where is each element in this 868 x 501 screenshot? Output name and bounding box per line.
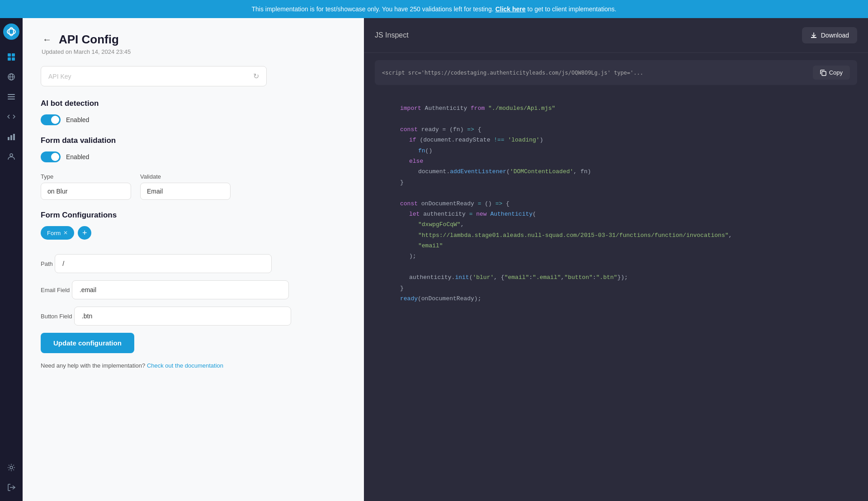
type-input[interactable] [41, 183, 131, 200]
sidebar-item-code[interactable] [3, 109, 19, 125]
help-text-content: Need any help with the implementation? [41, 362, 145, 369]
ai-bot-toggle-label: Enabled [66, 116, 89, 123]
form-config-title: Form Configurations [41, 211, 346, 220]
code-line: fn() [382, 146, 850, 156]
ai-bot-section-title: AI bot detection [41, 99, 346, 108]
sidebar-item-settings[interactable] [3, 459, 19, 476]
type-group: Type [41, 173, 131, 200]
js-inspect-title: JS Inspect [375, 31, 409, 39]
code-line: authenticity.init('blur', {"email":".ema… [382, 272, 850, 283]
svg-rect-10 [8, 96, 15, 97]
code-line: const onDocumentReady = () => { [382, 199, 850, 209]
right-panel-header: JS Inspect Download [364, 18, 868, 53]
svg-rect-4 [8, 57, 11, 61]
code-line [382, 113, 850, 124]
code-line: else [382, 156, 850, 166]
ai-bot-toggle-row: Enabled [41, 114, 346, 125]
validate-label: Validate [140, 173, 231, 180]
sidebar-item-logout[interactable] [3, 479, 19, 496]
svg-point-16 [10, 466, 13, 469]
sidebar-item-chart[interactable] [3, 128, 19, 145]
form-tag-item[interactable]: Form ✕ [41, 226, 74, 240]
svg-point-0 [7, 29, 15, 34]
svg-rect-5 [12, 57, 15, 61]
ai-bot-toggle[interactable] [41, 114, 61, 125]
button-field-label: Button Field [41, 313, 72, 320]
form-validation-section-title: Form data validation [41, 136, 346, 145]
sidebar-bottom [3, 459, 19, 496]
path-label: Path [41, 260, 53, 267]
type-label: Type [41, 173, 131, 180]
copy-icon [820, 70, 826, 76]
left-panel: ← API Config Updated on March 14, 2024 2… [23, 18, 364, 501]
form-tags: Form ✕ + [41, 226, 346, 240]
sidebar-item-globe[interactable] [3, 69, 19, 85]
code-line: import Authenticity from "./modules/Api.… [382, 103, 850, 113]
update-config-button[interactable]: Update configuration [41, 333, 134, 353]
code-line [382, 188, 850, 198]
code-block: import Authenticity from "./modules/Api.… [364, 92, 868, 501]
add-form-tag-button[interactable]: + [78, 226, 91, 240]
refresh-icon[interactable]: ↻ [253, 72, 259, 80]
script-tag-text: <script src='https://codestaging.authent… [382, 70, 643, 76]
button-field-section: Button Field [41, 303, 346, 329]
form-config-section: Form Configurations Form ✕ + [41, 211, 346, 240]
email-field-input[interactable] [72, 280, 289, 299]
svg-rect-14 [13, 134, 15, 140]
download-button[interactable]: Download [802, 27, 857, 43]
form-validation-toggle[interactable] [41, 151, 61, 162]
help-link[interactable]: Check out the documentation [147, 362, 223, 369]
path-section: Path [41, 250, 346, 277]
form-tag-close-icon[interactable]: ✕ [63, 230, 68, 236]
path-input[interactable] [55, 254, 272, 273]
svg-rect-12 [8, 137, 9, 140]
sidebar-item-user[interactable] [3, 148, 19, 165]
page-header: ← API Config [41, 33, 346, 47]
page-title: API Config [59, 33, 119, 47]
app-container: ← API Config Updated on March 14, 2024 2… [0, 18, 868, 501]
svg-rect-3 [12, 53, 15, 57]
api-key-placeholder: API Key [48, 73, 71, 80]
right-panel: JS Inspect Download <script src='https:/… [364, 18, 868, 501]
code-line [382, 262, 850, 272]
sidebar-item-grid[interactable] [3, 49, 19, 65]
email-field-section: Email Field [41, 277, 346, 303]
code-line: let authenticity = new Authenticity( [382, 209, 850, 219]
banner-link[interactable]: Click here [495, 5, 526, 13]
sidebar [0, 18, 23, 501]
code-line: "dxwpgFoCqW", [382, 219, 850, 230]
help-text: Need any help with the implementation? C… [41, 362, 346, 369]
validate-input[interactable] [140, 183, 231, 200]
svg-rect-11 [8, 99, 15, 99]
top-banner: This implementation is for test/showcase… [0, 0, 868, 18]
code-line: "https://lambda.stage01.aleads.null-squa… [382, 230, 850, 241]
api-key-field[interactable]: API Key ↻ [41, 66, 267, 86]
sidebar-logo[interactable] [3, 24, 19, 40]
form-tag-label: Form [47, 230, 61, 236]
api-key-row: API Key ↻ [41, 66, 346, 86]
svg-point-15 [10, 154, 13, 156]
copy-button[interactable]: Copy [813, 66, 850, 80]
svg-rect-9 [8, 94, 15, 95]
svg-rect-13 [10, 135, 12, 140]
script-bar: <script src='https://codestaging.authent… [375, 60, 857, 85]
code-line: if (document.readyState !== 'loading') [382, 135, 850, 145]
banner-text: This implementation is for test/showcase… [252, 5, 494, 13]
button-field-input[interactable] [74, 307, 291, 326]
form-validation-toggle-row: Enabled [41, 151, 346, 162]
copy-label: Copy [829, 69, 843, 76]
code-line: document.addEventListener('DOMContentLoa… [382, 166, 850, 177]
code-line: ready(onDocumentReady); [382, 293, 850, 304]
banner-suffix: to get to client implementations. [528, 5, 617, 13]
code-line: } [382, 283, 850, 293]
download-label: Download [821, 32, 849, 39]
content-area: ← API Config Updated on March 14, 2024 2… [23, 18, 868, 501]
svg-rect-2 [8, 53, 11, 57]
download-icon [810, 32, 817, 39]
code-line: } [382, 177, 850, 188]
sidebar-item-list[interactable] [3, 89, 19, 105]
code-line: "email" [382, 241, 850, 251]
logo-icon [6, 27, 16, 37]
back-button[interactable]: ← [41, 33, 53, 47]
page-subtitle: Updated on March 14, 2024 23:45 [42, 48, 346, 55]
